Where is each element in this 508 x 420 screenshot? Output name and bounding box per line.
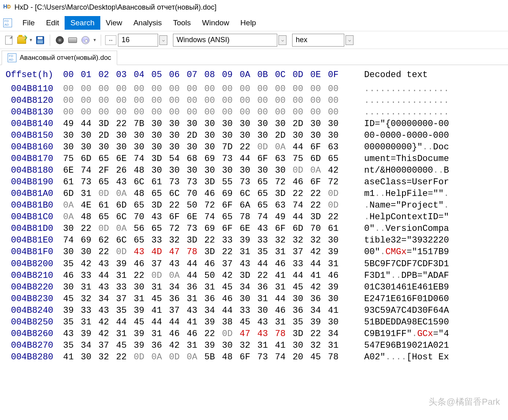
disc-icon: [81, 36, 89, 44]
open-disk-button[interactable]: [67, 35, 78, 46]
image-dropdown[interactable]: ▼: [93, 38, 97, 42]
tab-label: Авансовый отчет(новый).doc: [20, 54, 111, 62]
nav-arrows[interactable]: ↔: [105, 35, 116, 45]
open-dropdown[interactable]: ▼: [29, 38, 33, 42]
titlebar: HxD - [C:\Users\Marco\Desktop\Авансовый …: [0, 0, 508, 14]
separator: [101, 35, 101, 46]
window-title: HxD - [C:\Users\Marco\Desktop\Авансовый …: [14, 3, 217, 12]
menu-tools[interactable]: Tools: [167, 16, 196, 30]
arrow-left-icon: ↔: [108, 37, 114, 43]
save-icon: [36, 36, 44, 44]
tabbar: Авансовый отчет(новый).doc: [0, 49, 508, 65]
menu-help[interactable]: Help: [235, 16, 262, 30]
menu-edit[interactable]: Edit: [41, 16, 65, 30]
new-file-button[interactable]: [3, 35, 14, 46]
separator: [50, 35, 50, 46]
base-select[interactable]: hex: [292, 34, 344, 47]
open-file-button[interactable]: [16, 35, 27, 46]
toolbar: ▼ ▼ ↔ ⌵ Windows (ANSI) ⌵ hex ⌵: [0, 31, 508, 49]
save-button[interactable]: [35, 35, 46, 46]
file-type-icon: [3, 18, 12, 27]
drive-icon: [68, 37, 77, 43]
open-folder-icon: [17, 37, 26, 44]
menu-window[interactable]: Window: [197, 16, 235, 30]
open-image-button[interactable]: [80, 35, 91, 46]
menu-search[interactable]: Search: [65, 16, 100, 30]
open-ram-button[interactable]: [54, 35, 65, 46]
document-tab[interactable]: Авансовый отчет(новый).doc: [2, 51, 117, 65]
menu-file[interactable]: File: [17, 16, 41, 30]
ram-icon: [56, 36, 64, 44]
menu-view[interactable]: View: [100, 16, 128, 30]
app-icon: [3, 3, 11, 11]
base-value: hex: [296, 36, 307, 44]
encoding-value: Windows (ANSI): [177, 36, 230, 44]
bytewidth-dropdown[interactable]: ⌵: [159, 35, 167, 45]
hex-editor[interactable]: Offset(h) 000102030405060708090A0B0C0D0E…: [0, 65, 508, 367]
encoding-select[interactable]: Windows (ANSI): [173, 34, 277, 47]
base-dropdown[interactable]: ⌵: [345, 35, 354, 45]
new-file-icon: [5, 36, 12, 45]
menubar: File Edit Search View Analysis Tools Win…: [0, 14, 508, 31]
encoding-dropdown[interactable]: ⌵: [278, 35, 287, 45]
bytewidth-input[interactable]: [118, 34, 158, 47]
file-type-icon: [8, 53, 16, 62]
menu-analysis[interactable]: Analysis: [128, 16, 167, 30]
